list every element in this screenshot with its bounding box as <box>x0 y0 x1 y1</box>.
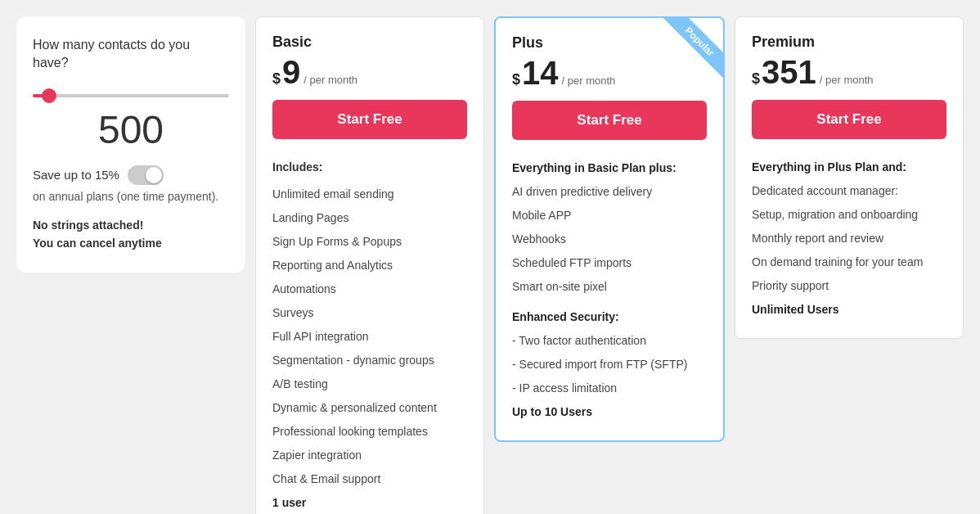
feature-item: Scheduled FTP imports <box>512 251 707 275</box>
feature-item: Dedicated account manager: <box>752 179 946 203</box>
plan-name-plus: Plus <box>512 34 707 52</box>
feature-item: AI driven predictive delivery <box>512 180 707 204</box>
feature-item: A/B testing <box>272 372 467 396</box>
feature-item: Dynamic & personalized content <box>272 396 467 420</box>
price-dollar: $ <box>272 70 281 88</box>
annual-label: Save up to 15% <box>33 168 119 182</box>
plan-card-premium: Premium $ 351 / per month Start Free Eve… <box>735 16 964 339</box>
start-free-button-plus[interactable]: Start Free <box>512 101 707 140</box>
plan-price-premium: $ 351 / per month <box>752 56 946 88</box>
feature-item: Full API integration <box>272 325 467 349</box>
plan-price-plus: $ 14 / per month <box>512 56 707 89</box>
features-list-plus: Everything in Basic Plan plus:AI driven … <box>512 156 707 424</box>
price-dollar: $ <box>512 71 520 88</box>
main-container: How many contacts do you have? 500 Save … <box>0 0 980 514</box>
feature-item: Reporting and Analytics <box>272 254 467 277</box>
feature-item: Segmentation - dynamic groups <box>272 349 467 372</box>
feature-item: Smart on-site pixel <box>512 275 707 299</box>
start-free-button-premium[interactable]: Start Free <box>752 100 946 139</box>
price-dollar: $ <box>752 70 760 88</box>
feature-item: Includes: <box>272 156 467 179</box>
feature-item: - Secured import from FTP (SFTP) <box>512 353 707 376</box>
feature-item: - Two factor authentication <box>512 329 707 353</box>
feature-item: Priority support <box>752 274 946 298</box>
feature-item: Everything in Basic Plan plus: <box>512 156 707 180</box>
plan-card-basic: Basic $ 9 / per month Start Free Include… <box>255 16 484 514</box>
feature-item: Webhooks <box>512 228 707 251</box>
plan-name-premium: Premium <box>752 34 946 51</box>
features-list-premium: Everything in Plus Plan and:Dedicated ac… <box>752 156 946 322</box>
feature-item: Surveys <box>272 301 467 325</box>
feature-item: Enhanced Security: <box>512 305 707 329</box>
feature-item: Zapier integration <box>272 444 467 467</box>
feature-item: Mobile APP <box>512 204 707 228</box>
feature-item: Landing Pages <box>272 206 467 230</box>
price-amount: 351 <box>762 56 816 88</box>
plans-container: Basic $ 9 / per month Start Free Include… <box>255 16 964 514</box>
price-amount: 14 <box>522 56 559 89</box>
features-list-basic: Includes:Unlimited email sendingLanding … <box>272 156 467 514</box>
price-period: / per month <box>562 74 616 87</box>
annual-desc: on annual plans (one time payment). <box>33 190 229 203</box>
feature-item: Setup, migration and onboarding <box>752 203 946 227</box>
annual-row: Save up to 15% <box>33 165 229 185</box>
feature-item: Chat & Email support <box>272 467 467 491</box>
contact-count-display: 500 <box>33 107 229 152</box>
annual-toggle[interactable] <box>128 165 164 185</box>
left-panel: How many contacts do you have? 500 Save … <box>16 16 245 273</box>
feature-item: On demand training for your team <box>752 250 946 274</box>
feature-item: Unlimited Users <box>752 298 946 322</box>
plan-name-basic: Basic <box>272 34 467 51</box>
price-period: / per month <box>303 74 357 86</box>
feature-item: Automations <box>272 277 467 301</box>
contacts-slider[interactable] <box>33 94 229 97</box>
feature-item: 1 user <box>272 491 467 514</box>
slider-wrapper <box>33 86 229 101</box>
feature-item: Everything in Plus Plan and: <box>752 156 946 179</box>
feature-item: Professional looking templates <box>272 420 467 444</box>
price-amount: 9 <box>282 56 300 88</box>
feature-item: Up to 10 Users <box>512 400 707 424</box>
feature-item: Sign Up Forms & Popups <box>272 230 467 254</box>
feature-item: - IP access limitation <box>512 376 707 400</box>
plan-price-basic: $ 9 / per month <box>272 56 467 88</box>
contacts-question: How many contacts do you have? <box>33 36 229 73</box>
feature-item: Monthly report and review <box>752 227 946 250</box>
no-strings: No strings attached! You can cancel anyt… <box>33 216 229 253</box>
start-free-button-basic[interactable]: Start Free <box>272 100 467 139</box>
plan-card-plus: Popular Plus $ 14 / per month Start Free… <box>494 16 725 442</box>
feature-item: Unlimited email sending <box>272 183 467 206</box>
price-period: / per month <box>820 74 874 86</box>
